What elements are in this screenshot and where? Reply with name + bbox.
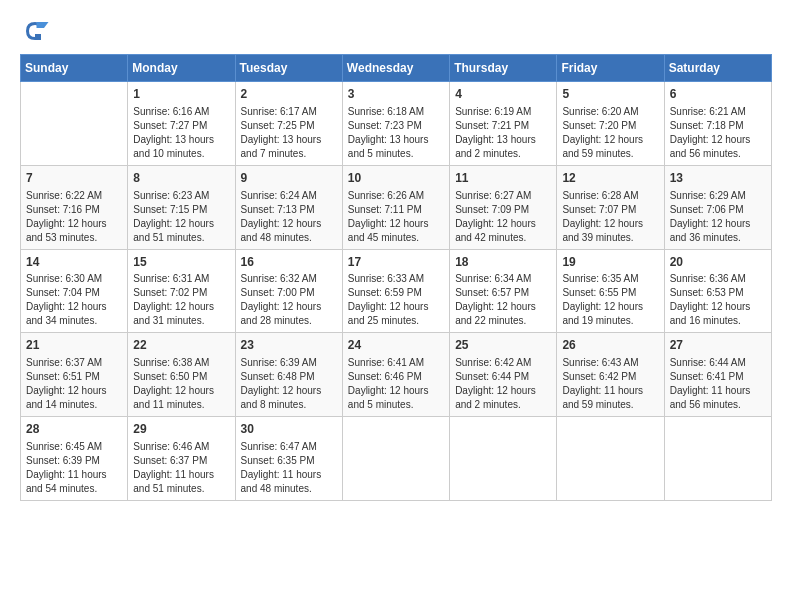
calendar-day-cell: 20Sunrise: 6:36 AM Sunset: 6:53 PM Dayli… [664,249,771,333]
day-info: Sunrise: 6:17 AM Sunset: 7:25 PM Dayligh… [241,105,337,161]
day-info: Sunrise: 6:44 AM Sunset: 6:41 PM Dayligh… [670,356,766,412]
day-number: 25 [455,337,551,354]
calendar-day-cell: 9Sunrise: 6:24 AM Sunset: 7:13 PM Daylig… [235,165,342,249]
day-info: Sunrise: 6:31 AM Sunset: 7:02 PM Dayligh… [133,272,229,328]
calendar-day-cell [342,417,449,501]
day-number: 21 [26,337,122,354]
page-header [20,16,772,46]
day-info: Sunrise: 6:27 AM Sunset: 7:09 PM Dayligh… [455,189,551,245]
day-info: Sunrise: 6:34 AM Sunset: 6:57 PM Dayligh… [455,272,551,328]
day-number: 5 [562,86,658,103]
day-info: Sunrise: 6:35 AM Sunset: 6:55 PM Dayligh… [562,272,658,328]
day-number: 22 [133,337,229,354]
day-info: Sunrise: 6:38 AM Sunset: 6:50 PM Dayligh… [133,356,229,412]
day-number: 2 [241,86,337,103]
calendar-day-cell: 24Sunrise: 6:41 AM Sunset: 6:46 PM Dayli… [342,333,449,417]
calendar-day-cell: 10Sunrise: 6:26 AM Sunset: 7:11 PM Dayli… [342,165,449,249]
calendar-day-cell: 16Sunrise: 6:32 AM Sunset: 7:00 PM Dayli… [235,249,342,333]
day-number: 24 [348,337,444,354]
logo-icon [20,16,50,46]
calendar-day-cell: 8Sunrise: 6:23 AM Sunset: 7:15 PM Daylig… [128,165,235,249]
day-info: Sunrise: 6:47 AM Sunset: 6:35 PM Dayligh… [241,440,337,496]
day-info: Sunrise: 6:45 AM Sunset: 6:39 PM Dayligh… [26,440,122,496]
day-info: Sunrise: 6:43 AM Sunset: 6:42 PM Dayligh… [562,356,658,412]
calendar-day-cell: 22Sunrise: 6:38 AM Sunset: 6:50 PM Dayli… [128,333,235,417]
calendar-week-row: 1Sunrise: 6:16 AM Sunset: 7:27 PM Daylig… [21,82,772,166]
day-info: Sunrise: 6:20 AM Sunset: 7:20 PM Dayligh… [562,105,658,161]
calendar-day-cell: 30Sunrise: 6:47 AM Sunset: 6:35 PM Dayli… [235,417,342,501]
calendar-header-cell: Thursday [450,55,557,82]
day-number: 13 [670,170,766,187]
day-info: Sunrise: 6:39 AM Sunset: 6:48 PM Dayligh… [241,356,337,412]
calendar-day-cell: 23Sunrise: 6:39 AM Sunset: 6:48 PM Dayli… [235,333,342,417]
day-info: Sunrise: 6:19 AM Sunset: 7:21 PM Dayligh… [455,105,551,161]
calendar-header-cell: Sunday [21,55,128,82]
day-number: 10 [348,170,444,187]
calendar-day-cell: 21Sunrise: 6:37 AM Sunset: 6:51 PM Dayli… [21,333,128,417]
calendar-header-cell: Wednesday [342,55,449,82]
day-number: 11 [455,170,551,187]
calendar-day-cell [21,82,128,166]
day-number: 17 [348,254,444,271]
day-number: 8 [133,170,229,187]
day-number: 6 [670,86,766,103]
day-number: 30 [241,421,337,438]
day-info: Sunrise: 6:16 AM Sunset: 7:27 PM Dayligh… [133,105,229,161]
calendar-day-cell: 12Sunrise: 6:28 AM Sunset: 7:07 PM Dayli… [557,165,664,249]
calendar-day-cell: 15Sunrise: 6:31 AM Sunset: 7:02 PM Dayli… [128,249,235,333]
day-number: 29 [133,421,229,438]
calendar-day-cell: 27Sunrise: 6:44 AM Sunset: 6:41 PM Dayli… [664,333,771,417]
day-number: 28 [26,421,122,438]
logo [20,16,54,46]
calendar-day-cell: 17Sunrise: 6:33 AM Sunset: 6:59 PM Dayli… [342,249,449,333]
calendar-day-cell: 5Sunrise: 6:20 AM Sunset: 7:20 PM Daylig… [557,82,664,166]
day-number: 15 [133,254,229,271]
day-number: 7 [26,170,122,187]
day-info: Sunrise: 6:46 AM Sunset: 6:37 PM Dayligh… [133,440,229,496]
day-info: Sunrise: 6:30 AM Sunset: 7:04 PM Dayligh… [26,272,122,328]
day-number: 12 [562,170,658,187]
calendar-day-cell: 1Sunrise: 6:16 AM Sunset: 7:27 PM Daylig… [128,82,235,166]
calendar-header-cell: Saturday [664,55,771,82]
calendar-day-cell: 6Sunrise: 6:21 AM Sunset: 7:18 PM Daylig… [664,82,771,166]
day-number: 3 [348,86,444,103]
calendar-header-cell: Monday [128,55,235,82]
day-info: Sunrise: 6:23 AM Sunset: 7:15 PM Dayligh… [133,189,229,245]
calendar-day-cell: 26Sunrise: 6:43 AM Sunset: 6:42 PM Dayli… [557,333,664,417]
calendar-day-cell: 25Sunrise: 6:42 AM Sunset: 6:44 PM Dayli… [450,333,557,417]
day-number: 9 [241,170,337,187]
day-info: Sunrise: 6:22 AM Sunset: 7:16 PM Dayligh… [26,189,122,245]
calendar-day-cell: 2Sunrise: 6:17 AM Sunset: 7:25 PM Daylig… [235,82,342,166]
calendar-day-cell: 11Sunrise: 6:27 AM Sunset: 7:09 PM Dayli… [450,165,557,249]
calendar-header-cell: Friday [557,55,664,82]
calendar-day-cell: 29Sunrise: 6:46 AM Sunset: 6:37 PM Dayli… [128,417,235,501]
calendar-day-cell [450,417,557,501]
calendar-day-cell: 7Sunrise: 6:22 AM Sunset: 7:16 PM Daylig… [21,165,128,249]
calendar-day-cell: 19Sunrise: 6:35 AM Sunset: 6:55 PM Dayli… [557,249,664,333]
calendar-day-cell: 3Sunrise: 6:18 AM Sunset: 7:23 PM Daylig… [342,82,449,166]
calendar-day-cell: 28Sunrise: 6:45 AM Sunset: 6:39 PM Dayli… [21,417,128,501]
day-info: Sunrise: 6:36 AM Sunset: 6:53 PM Dayligh… [670,272,766,328]
day-info: Sunrise: 6:37 AM Sunset: 6:51 PM Dayligh… [26,356,122,412]
day-info: Sunrise: 6:21 AM Sunset: 7:18 PM Dayligh… [670,105,766,161]
day-number: 20 [670,254,766,271]
calendar-week-row: 28Sunrise: 6:45 AM Sunset: 6:39 PM Dayli… [21,417,772,501]
day-info: Sunrise: 6:24 AM Sunset: 7:13 PM Dayligh… [241,189,337,245]
day-info: Sunrise: 6:29 AM Sunset: 7:06 PM Dayligh… [670,189,766,245]
day-info: Sunrise: 6:32 AM Sunset: 7:00 PM Dayligh… [241,272,337,328]
day-number: 27 [670,337,766,354]
calendar-day-cell: 14Sunrise: 6:30 AM Sunset: 7:04 PM Dayli… [21,249,128,333]
calendar-week-row: 7Sunrise: 6:22 AM Sunset: 7:16 PM Daylig… [21,165,772,249]
day-number: 19 [562,254,658,271]
day-number: 4 [455,86,551,103]
calendar-header-row: SundayMondayTuesdayWednesdayThursdayFrid… [21,55,772,82]
calendar-header-cell: Tuesday [235,55,342,82]
day-number: 18 [455,254,551,271]
calendar-table: SundayMondayTuesdayWednesdayThursdayFrid… [20,54,772,501]
day-number: 1 [133,86,229,103]
calendar-day-cell: 18Sunrise: 6:34 AM Sunset: 6:57 PM Dayli… [450,249,557,333]
day-number: 16 [241,254,337,271]
calendar-week-row: 21Sunrise: 6:37 AM Sunset: 6:51 PM Dayli… [21,333,772,417]
day-number: 14 [26,254,122,271]
calendar-week-row: 14Sunrise: 6:30 AM Sunset: 7:04 PM Dayli… [21,249,772,333]
